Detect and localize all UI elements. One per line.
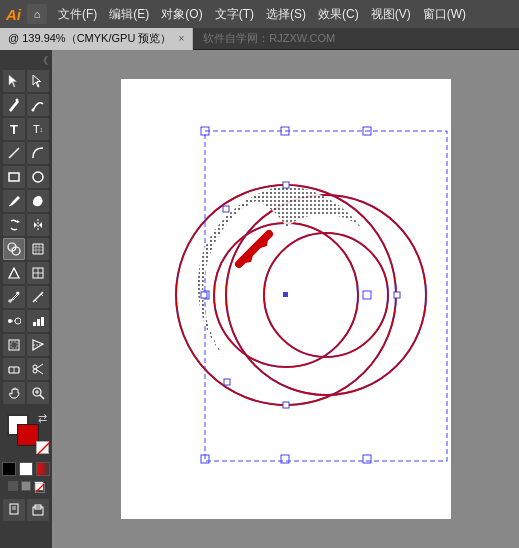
artwork-svg (121, 79, 451, 519)
type-tool[interactable]: T (3, 118, 25, 140)
svg-line-34 (36, 370, 43, 374)
svg-rect-23 (33, 322, 36, 326)
canvas-area[interactable] (52, 50, 519, 548)
anchor-bottomleft (224, 379, 230, 385)
anchor-topleft (223, 206, 229, 212)
vertical-type-tool[interactable]: T↕ (27, 118, 49, 140)
svg-marker-10 (34, 222, 37, 228)
gradient-mode-icon[interactable] (21, 481, 31, 491)
measure-tool[interactable] (27, 286, 49, 308)
menu-view[interactable]: 视图(V) (366, 4, 416, 25)
svg-point-3 (32, 109, 35, 112)
direct-selection-tool[interactable] (27, 70, 49, 92)
svg-point-20 (8, 319, 12, 323)
pen-tool[interactable] (3, 94, 25, 116)
home-icon[interactable]: ⌂ (27, 4, 47, 24)
perspective-grid-tool[interactable] (3, 262, 25, 284)
svg-rect-26 (9, 340, 19, 350)
selection-box (205, 131, 447, 461)
svg-point-21 (15, 318, 21, 324)
svg-marker-0 (9, 75, 17, 87)
toolbar-collapse-button[interactable]: 《 (0, 54, 52, 68)
svg-point-19 (17, 292, 20, 295)
handle-br (363, 455, 371, 463)
tool-row-shape (3, 166, 49, 188)
svg-rect-5 (9, 173, 19, 181)
title-bar: Ai ⌂ 文件(F) 编辑(E) 对象(O) 文字(T) 选择(S) 效果(C)… (0, 0, 519, 28)
menu-object[interactable]: 对象(O) (156, 4, 207, 25)
blend-tool[interactable] (3, 310, 25, 332)
menu-type[interactable]: 文字(T) (210, 4, 259, 25)
curvature-tool[interactable] (27, 94, 49, 116)
slice-tool[interactable] (27, 334, 49, 356)
tab-bar: @ 139.94%（CMYK/GPU 预览） × 软件自学网：RJZXW.COM (0, 28, 519, 50)
black-swatch[interactable] (2, 462, 16, 476)
second-inner-red (264, 233, 388, 357)
none-mode-icon[interactable] (34, 481, 44, 491)
color-section: ⇄ (0, 410, 54, 495)
svg-line-33 (36, 364, 43, 368)
toolbar: 《 T T↕ (0, 50, 52, 548)
menu-effect[interactable]: 效果(C) (313, 4, 364, 25)
menu-select[interactable]: 选择(S) (261, 4, 311, 25)
eraser-tool[interactable] (3, 358, 25, 380)
tool-row-eraser (3, 358, 49, 380)
place-symbol-icon[interactable] (27, 499, 49, 521)
color-mode-icon[interactable] (8, 481, 18, 491)
tab-close-button[interactable]: × (178, 33, 184, 44)
blob-brush-tool[interactable] (27, 190, 49, 212)
svg-line-40 (36, 484, 44, 492)
mesh-tool[interactable] (27, 262, 49, 284)
anchor-bottom (283, 402, 289, 408)
anchor-right (394, 292, 400, 298)
center-dot (283, 292, 288, 297)
main-layout: 《 T T↕ (0, 50, 519, 548)
tool-row-selection (3, 70, 49, 92)
anchor-top (283, 182, 289, 188)
tool-row-blend (3, 310, 49, 332)
svg-marker-1 (33, 75, 41, 87)
svg-point-6 (33, 172, 43, 182)
document-setup-icon[interactable] (3, 499, 25, 521)
swap-colors-icon[interactable]: ⇄ (38, 412, 47, 425)
svg-line-39 (38, 443, 49, 454)
rectangle-tool[interactable] (3, 166, 25, 188)
tool-row-line (3, 142, 49, 164)
svg-line-4 (9, 148, 19, 158)
tool-row-perspective (3, 262, 49, 284)
svg-marker-11 (39, 222, 42, 228)
menu-edit[interactable]: 编辑(E) (104, 4, 154, 25)
live-paint-tool[interactable] (27, 238, 49, 260)
tool-row-artboard (3, 334, 49, 356)
quick-swatches (2, 462, 50, 476)
selection-tool[interactable] (3, 70, 25, 92)
none-color-icon[interactable] (36, 441, 49, 454)
reflect-tool[interactable] (27, 214, 49, 236)
ellipse-tool[interactable] (27, 166, 49, 188)
zoom-tool[interactable] (27, 382, 49, 404)
hand-tool[interactable] (3, 382, 25, 404)
svg-point-2 (16, 99, 19, 102)
document-tool-row (3, 499, 49, 521)
arc-tool[interactable] (27, 142, 49, 164)
fill-stroke-selector[interactable]: ⇄ (7, 414, 45, 452)
menu-window[interactable]: 窗口(W) (418, 4, 471, 25)
handle-mr (363, 291, 371, 299)
tool-row-pen (3, 94, 49, 116)
tool-row-brush (3, 190, 49, 212)
scissors-tool[interactable] (27, 358, 49, 380)
menu-file[interactable]: 文件(F) (53, 4, 102, 25)
eyedropper-tool[interactable] (3, 286, 25, 308)
app-logo: Ai (6, 6, 21, 23)
line-tool[interactable] (3, 142, 25, 164)
white-swatch[interactable] (19, 462, 33, 476)
bar-graph-tool[interactable] (27, 310, 49, 332)
rotate-tool[interactable] (3, 214, 25, 236)
gradient-swatch[interactable] (36, 462, 50, 476)
tool-row-type: T T↕ (3, 118, 49, 140)
shape-builder-tool[interactable] (3, 238, 25, 260)
color-mode-row (8, 481, 44, 491)
paintbrush-tool[interactable] (3, 190, 25, 212)
artboard-tool[interactable] (3, 334, 25, 356)
active-tab[interactable]: @ 139.94%（CMYK/GPU 预览） × (0, 28, 193, 50)
